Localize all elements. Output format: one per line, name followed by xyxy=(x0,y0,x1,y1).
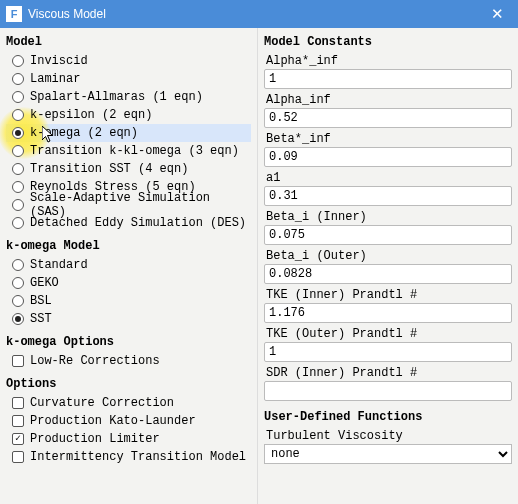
model-radio-6[interactable]: Transition SST (4 eqn) xyxy=(6,160,251,178)
komega-options-group: k-omega Options Low-Re Corrections xyxy=(6,332,251,370)
model-radio-9[interactable]: Detached Eddy Simulation (DES) xyxy=(6,214,251,232)
model-radio-1[interactable]: Laminar xyxy=(6,70,251,88)
const-label-0: Alpha*_inf xyxy=(264,52,512,69)
model-label: k-epsilon (2 eqn) xyxy=(30,108,152,122)
const-label-5: Beta_i (Outer) xyxy=(264,247,512,264)
options-check-0[interactable]: Curvature Correction xyxy=(6,394,251,412)
komega-model-label: Standard xyxy=(30,258,88,272)
model-radio-8[interactable]: Scale-Adaptive Simulation (SAS) xyxy=(6,196,251,214)
const-input-6[interactable] xyxy=(264,303,512,323)
radio-icon xyxy=(12,55,24,67)
komega-options-label: Low-Re Corrections xyxy=(30,354,160,368)
radio-icon xyxy=(12,277,24,289)
options-heading: Options xyxy=(6,374,251,394)
komega-model-radio-1[interactable]: GEKO xyxy=(6,274,251,292)
model-radio-5[interactable]: Transition k-kl-omega (3 eqn) xyxy=(6,142,251,160)
options-label: Production Limiter xyxy=(30,432,160,446)
const-input-7[interactable] xyxy=(264,342,512,362)
komega-model-label: GEKO xyxy=(30,276,59,290)
options-check-2[interactable]: Production Limiter xyxy=(6,430,251,448)
komega-model-group: k-omega Model StandardGEKOBSLSST xyxy=(6,236,251,328)
const-input-2[interactable] xyxy=(264,147,512,167)
komega-model-radio-3[interactable]: SST xyxy=(6,310,251,328)
radio-icon xyxy=(12,127,24,139)
komega-options-check-0[interactable]: Low-Re Corrections xyxy=(6,352,251,370)
radio-icon xyxy=(12,109,24,121)
udf-heading: User-Defined Functions xyxy=(264,407,512,427)
const-label-4: Beta_i (Inner) xyxy=(264,208,512,225)
model-label: Transition SST (4 eqn) xyxy=(30,162,188,176)
model-radio-0[interactable]: Inviscid xyxy=(6,52,251,70)
udf-turb-visc-select[interactable]: none xyxy=(264,444,512,464)
const-label-3: a1 xyxy=(264,169,512,186)
const-input-5[interactable] xyxy=(264,264,512,284)
const-input-3[interactable] xyxy=(264,186,512,206)
komega-model-label: BSL xyxy=(30,294,52,308)
komega-model-radio-0[interactable]: Standard xyxy=(6,256,251,274)
titlebar: F Viscous Model ✕ xyxy=(0,0,518,28)
komega-model-radio-2[interactable]: BSL xyxy=(6,292,251,310)
radio-icon xyxy=(12,91,24,103)
options-label: Curvature Correction xyxy=(30,396,174,410)
checkbox-icon xyxy=(12,451,24,463)
model-label: Inviscid xyxy=(30,54,88,68)
radio-icon xyxy=(12,73,24,85)
const-input-0[interactable] xyxy=(264,69,512,89)
const-input-4[interactable] xyxy=(264,225,512,245)
options-check-1[interactable]: Production Kato-Launder xyxy=(6,412,251,430)
udf-group: User-Defined Functions Turbulent Viscosi… xyxy=(264,407,512,464)
model-label: Scale-Adaptive Simulation (SAS) xyxy=(30,191,251,219)
komega-model-heading: k-omega Model xyxy=(6,236,251,256)
model-label: Spalart-Allmaras (1 eqn) xyxy=(30,90,203,104)
checkbox-icon xyxy=(12,415,24,427)
checkbox-icon xyxy=(12,355,24,367)
const-label-1: Alpha_inf xyxy=(264,91,512,108)
constants-group: Model Constants Alpha*_infAlpha_infBeta*… xyxy=(264,32,512,403)
radio-icon xyxy=(12,181,24,193)
options-label: Intermittency Transition Model xyxy=(30,450,246,464)
radio-icon xyxy=(12,145,24,157)
const-label-2: Beta*_inf xyxy=(264,130,512,147)
const-label-7: TKE (Outer) Prandtl # xyxy=(264,325,512,342)
const-label-6: TKE (Inner) Prandtl # xyxy=(264,286,512,303)
komega-model-label: SST xyxy=(30,312,52,326)
model-group: Model InviscidLaminarSpalart-Allmaras (1… xyxy=(6,32,251,232)
radio-icon xyxy=(12,259,24,271)
radio-icon xyxy=(12,199,24,211)
const-input-1[interactable] xyxy=(264,108,512,128)
model-label: k-omega (2 eqn) xyxy=(30,126,138,140)
model-radio-4[interactable]: k-omega (2 eqn) xyxy=(6,124,251,142)
radio-icon xyxy=(12,163,24,175)
komega-options-heading: k-omega Options xyxy=(6,332,251,352)
options-group: Options Curvature CorrectionProduction K… xyxy=(6,374,251,466)
const-input-8[interactable] xyxy=(264,381,512,401)
window-title: Viscous Model xyxy=(28,7,482,21)
constants-heading: Model Constants xyxy=(264,32,512,52)
close-button[interactable]: ✕ xyxy=(482,0,512,28)
model-label: Transition k-kl-omega (3 eqn) xyxy=(30,144,239,158)
radio-icon xyxy=(12,217,24,229)
const-label-8: SDR (Inner) Prandtl # xyxy=(264,364,512,381)
model-label: Detached Eddy Simulation (DES) xyxy=(30,216,246,230)
app-icon: F xyxy=(6,6,22,22)
model-radio-3[interactable]: k-epsilon (2 eqn) xyxy=(6,106,251,124)
radio-icon xyxy=(12,295,24,307)
model-radio-2[interactable]: Spalart-Allmaras (1 eqn) xyxy=(6,88,251,106)
model-label: Laminar xyxy=(30,72,80,86)
radio-icon xyxy=(12,313,24,325)
model-heading: Model xyxy=(6,32,251,52)
checkbox-icon xyxy=(12,433,24,445)
options-label: Production Kato-Launder xyxy=(30,414,196,428)
options-check-3[interactable]: Intermittency Transition Model xyxy=(6,448,251,466)
udf-turb-visc-label: Turbulent Viscosity xyxy=(264,427,512,444)
checkbox-icon xyxy=(12,397,24,409)
